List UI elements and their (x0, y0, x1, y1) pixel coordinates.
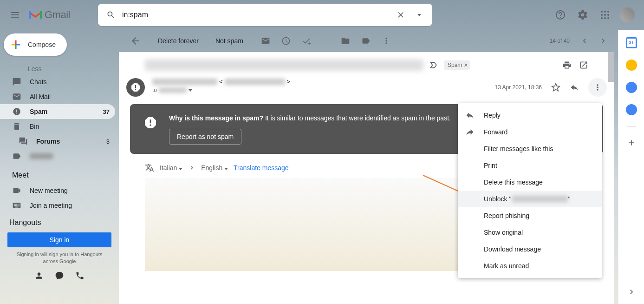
move-icon[interactable] (340, 35, 351, 46)
menu-phishing[interactable]: Report phishing (458, 207, 602, 224)
menu-unblock[interactable]: Unblock "" (458, 191, 602, 207)
delete-forever-button[interactable]: Delete forever (154, 35, 202, 46)
spam-banner-icon (143, 115, 158, 130)
calendar-app-icon[interactable]: 31 (626, 37, 637, 48)
compose-icon (9, 38, 22, 51)
subject-text (145, 59, 423, 71)
add-app-icon[interactable] (627, 138, 636, 147)
apps-icon[interactable] (596, 6, 614, 24)
gmail-logo[interactable]: Gmail (28, 9, 70, 21)
keyboard-icon (12, 201, 21, 210)
timestamp: 13 Apr 2021, 18:36 (495, 84, 542, 91)
account-avatar[interactable] (620, 7, 635, 22)
sender-email (225, 79, 285, 85)
support-icon[interactable] (551, 6, 570, 24)
pagination-count: 14 of 40 (550, 38, 570, 44)
menu-download[interactable]: Download message (458, 241, 602, 258)
sender-avatar (126, 78, 145, 97)
compose-label: Compose (28, 41, 56, 48)
sender-info: <> to (152, 78, 290, 93)
meet-join[interactable]: Join a meeting (0, 198, 115, 213)
meet-header: Meet (0, 164, 119, 183)
recipient (159, 87, 187, 93)
reply-icon[interactable] (570, 83, 579, 92)
prev-button[interactable] (577, 33, 592, 48)
svg-point-2 (601, 11, 603, 13)
back-button[interactable] (126, 32, 145, 50)
menu-filter[interactable]: Filter messages like this (458, 140, 602, 157)
svg-point-4 (607, 11, 609, 13)
person-icon[interactable] (34, 271, 44, 280)
gmail-text: Gmail (45, 9, 70, 21)
snooze-icon[interactable] (280, 35, 292, 46)
label-icon (12, 152, 21, 161)
sidebar: Compose Less Chats All Mail Spam37 Bin F… (0, 30, 119, 304)
nav-forums[interactable]: Forums3 (0, 134, 115, 149)
main-menu-button[interactable] (4, 4, 26, 26)
subject-row: Spam× (119, 52, 614, 74)
translate-link[interactable]: Translate message (234, 164, 289, 172)
svg-point-6 (604, 14, 606, 16)
svg-point-9 (604, 17, 606, 19)
nav-category[interactable] (0, 149, 115, 164)
not-spam-button[interactable]: Not spam (212, 35, 247, 46)
translate-from[interactable]: Italian (160, 164, 182, 172)
recipient-dropdown-icon[interactable] (189, 89, 192, 92)
important-icon[interactable] (429, 60, 438, 70)
sender-row: <> to 13 Apr 2021, 18:36 (119, 74, 614, 100)
blocked-sender-name (512, 196, 568, 202)
svg-point-8 (601, 17, 603, 19)
translate-icon (145, 163, 154, 172)
svg-rect-1 (40, 11, 42, 19)
archive-icon[interactable] (260, 35, 271, 46)
collapse-panel-icon[interactable] (627, 287, 636, 297)
phone-icon[interactable] (75, 271, 85, 280)
menu-reply[interactable]: Reply (458, 107, 602, 124)
more-toolbar-icon[interactable] (381, 35, 392, 46)
header-right (551, 6, 640, 24)
settings-icon[interactable] (573, 6, 592, 24)
bin-icon (12, 122, 21, 131)
nav-less[interactable]: Less (0, 63, 115, 74)
contacts-app-icon[interactable] (626, 104, 637, 115)
compose-button[interactable]: Compose (4, 33, 67, 56)
side-panel: 31 (618, 30, 644, 304)
menu-delete[interactable]: Delete this message (458, 174, 602, 191)
menu-original[interactable]: Show original (458, 224, 602, 241)
hangouts-signin-button[interactable]: Sign in (7, 232, 111, 247)
labels-icon[interactable] (360, 35, 371, 46)
reply-menu-icon (465, 111, 475, 120)
search-options-icon[interactable] (410, 6, 429, 24)
next-button[interactable] (596, 33, 611, 48)
report-not-spam-button[interactable]: Report as not spam (169, 129, 241, 145)
nav-bin[interactable]: Bin (0, 119, 115, 134)
hangouts-chat-icon[interactable] (55, 271, 64, 280)
meet-new[interactable]: New meeting (0, 183, 115, 198)
print-icon[interactable] (562, 60, 572, 70)
search-input[interactable] (120, 11, 391, 19)
clear-search-icon[interactable] (391, 6, 410, 24)
gmail-icon (28, 9, 43, 20)
more-button[interactable] (588, 78, 607, 97)
menu-unread[interactable]: Mark as unread (458, 258, 602, 274)
star-icon[interactable] (551, 83, 560, 92)
hangouts-header: Hangouts (0, 213, 119, 231)
search-icon[interactable] (102, 6, 120, 24)
nav-chats[interactable]: Chats (0, 74, 115, 89)
open-new-icon[interactable] (579, 60, 588, 70)
svg-point-5 (601, 14, 603, 16)
tasks-app-icon[interactable] (626, 82, 637, 93)
add-task-icon[interactable] (301, 35, 312, 46)
nav-all-mail[interactable]: All Mail (0, 89, 115, 104)
nav-spam[interactable]: Spam37 (0, 104, 115, 119)
svg-rect-0 (29, 11, 31, 19)
forums-icon (19, 137, 28, 146)
search-bar (98, 4, 432, 26)
keep-app-icon[interactable] (626, 59, 637, 71)
translate-to[interactable]: English (201, 164, 228, 172)
spam-label-chip[interactable]: Spam× (444, 60, 470, 70)
menu-print[interactable]: Print (458, 157, 602, 174)
svg-point-7 (607, 14, 609, 16)
svg-point-3 (604, 11, 606, 13)
menu-forward[interactable]: Forward (458, 124, 602, 140)
